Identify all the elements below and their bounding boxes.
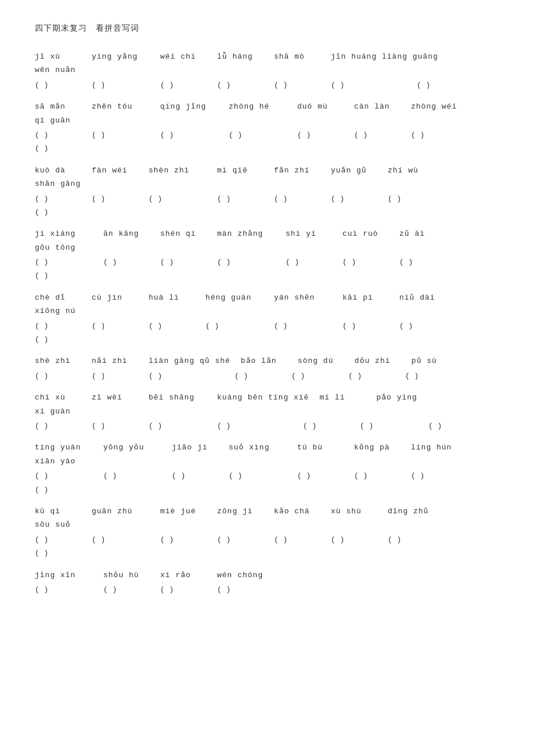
blank-item-7-5: ( ) xyxy=(360,419,418,433)
blank-item-7-6: ( ) xyxy=(428,419,475,433)
pinyin-item-3-6: zhí wù xyxy=(388,164,434,177)
page-title: 四下期末复习 看拼音写词 xyxy=(35,23,499,34)
pinyin-item-9-2: miè jué xyxy=(160,505,207,518)
pinyin-row-7: chí xùzī wèibēi shāngkuáng bēn tíng xiēm… xyxy=(35,391,499,418)
blank-item-4-5: ( ) xyxy=(342,255,389,269)
pinyin-item-2-7: qí guān xyxy=(35,114,81,127)
pinyin-item-4-7: gōu tōng xyxy=(35,241,93,254)
pinyin-item-9-7: sōu suǒ xyxy=(35,518,81,531)
blank-item-1-3: ( ) xyxy=(217,78,264,92)
blank-item-4-2: ( ) xyxy=(160,255,207,269)
group-7: chí xùzī wèibēi shāngkuáng bēn tíng xiēm… xyxy=(35,391,499,433)
pinyin-item-5-1: cù jìn xyxy=(92,291,138,304)
pinyin-row-4: jí xiángān kāngshén qímàn zhǎngshì yícuì… xyxy=(35,227,499,254)
blank-item-8-1: ( ) xyxy=(103,469,161,483)
pinyin-item-10-0: jīng xīn xyxy=(35,568,93,582)
blank-item-2-1: ( ) xyxy=(92,128,150,142)
pinyin-item-5-6: niǔ dài xyxy=(399,291,446,304)
blank-item-9-5: ( ) xyxy=(331,533,377,546)
pinyin-item-4-5: cuì ruò xyxy=(342,227,389,240)
blank-item-4-0: ( ) xyxy=(35,255,93,269)
blank-item-6-3: ( ) xyxy=(234,369,281,383)
blank-item-10-3: ( ) xyxy=(217,583,275,596)
pinyin-item-2-1: zhěn tóu xyxy=(92,100,150,113)
vocab-container: jī xùyíng yǎngwéi chílǚ hángshā mòjīn hu… xyxy=(35,50,499,596)
pinyin-item-5-0: chè dǐ xyxy=(35,291,81,304)
blank-row-2: ( )( )( )( )( )( )( )( ) xyxy=(35,128,499,156)
pinyin-item-7-3: kuáng bēn tíng xiē xyxy=(217,391,309,404)
pinyin-row-8: tíng yuànyōng yǒujiāo jísuǒ xìngtú bùkǒn… xyxy=(35,441,499,468)
group-8: tíng yuànyōng yǒujiāo jísuǒ xìngtú bùkǒn… xyxy=(35,441,499,496)
blank-row-8: ( )( )( )( )( )( )( )( ) xyxy=(35,469,499,496)
blank-item-6-2: ( ) xyxy=(149,369,224,383)
blank-item-8-2: ( ) xyxy=(172,469,218,483)
pinyin-item-2-4: duó mù xyxy=(297,100,344,113)
pinyin-item-5-5: kāi pì xyxy=(342,291,389,304)
blank-item-2-0: ( ) xyxy=(35,128,81,142)
pinyin-item-3-5: yuǎn gǔ xyxy=(331,164,377,177)
pinyin-item-1-1: yíng yǎng xyxy=(92,50,150,63)
blank-item-4-1: ( ) xyxy=(103,255,150,269)
pinyin-item-5-7: xiōng nú xyxy=(35,304,93,318)
pinyin-item-3-7: shān gāng xyxy=(35,177,93,190)
blank-item-2-7: ( ) xyxy=(35,142,81,155)
pinyin-item-3-2: shèn zhì xyxy=(149,164,207,177)
pinyin-item-6-5: dǒu zhí xyxy=(355,354,401,368)
pinyin-item-6-3: bǎo lǎn xyxy=(241,354,287,368)
pinyin-item-9-5: xù shù xyxy=(331,505,377,518)
pinyin-item-8-2: jiāo jí xyxy=(172,441,218,454)
blank-item-9-3: ( ) xyxy=(217,533,264,546)
blank-item-6-6: ( ) xyxy=(405,369,452,383)
blank-item-3-6: ( ) xyxy=(388,192,434,206)
blank-item-9-6: ( ) xyxy=(388,533,446,546)
blank-item-1-6: ( ) xyxy=(417,78,475,92)
blank-item-8-0: ( ) xyxy=(35,469,93,483)
pinyin-item-9-4: kǎo chá xyxy=(274,505,320,518)
pinyin-item-2-3: zhòng hé xyxy=(229,100,287,113)
blank-item-3-0: ( ) xyxy=(35,192,81,206)
pinyin-item-8-0: tíng yuàn xyxy=(35,441,93,454)
blank-row-6: ( )( )( )( )( )( )( ) xyxy=(35,369,499,383)
blank-item-5-5: ( ) xyxy=(342,319,389,333)
group-2: sā mǎnzhěn tóuqíng jǐngzhòng héduó mùcàn… xyxy=(35,100,499,156)
pinyin-item-2-0: sā mǎn xyxy=(35,100,81,113)
pinyin-row-5: chè dǐcù jìnhuá lìhéng guànyán shēnkāi p… xyxy=(35,291,499,318)
blank-item-3-5: ( ) xyxy=(331,192,377,206)
blank-item-1-4: ( ) xyxy=(274,78,320,92)
pinyin-item-2-5: càn làn xyxy=(354,100,400,113)
blank-item-5-4: ( ) xyxy=(274,319,332,333)
pinyin-item-8-1: yōng yǒu xyxy=(103,441,161,454)
blank-item-3-4: ( ) xyxy=(274,192,320,206)
blank-item-7-4: ( ) xyxy=(303,419,349,433)
pinyin-item-1-0: jī xù xyxy=(35,50,81,63)
blank-item-3-1: ( ) xyxy=(92,192,138,206)
blank-item-1-0: ( ) xyxy=(35,78,81,92)
blank-item-10-2: ( ) xyxy=(160,583,207,596)
blank-item-6-1: ( ) xyxy=(92,369,138,383)
blank-item-2-3: ( ) xyxy=(229,128,287,142)
blank-item-1-5: ( ) xyxy=(331,78,406,92)
blank-item-1-1: ( ) xyxy=(92,78,150,92)
blank-item-7-1: ( ) xyxy=(92,419,138,433)
blank-item-5-6: ( ) xyxy=(399,319,446,333)
pinyin-item-1-5: jīn huáng liàng guāng xyxy=(331,50,438,63)
pinyin-item-1-2: wéi chí xyxy=(160,50,207,63)
blank-row-7: ( )( )( )( )( )( )( ) xyxy=(35,419,499,433)
blank-item-3-3: ( ) xyxy=(217,192,264,206)
blank-item-7-0: ( ) xyxy=(35,419,81,433)
blank-item-4-6: ( ) xyxy=(399,255,446,269)
pinyin-item-8-4: tú bù xyxy=(297,441,344,454)
blank-item-4-4: ( ) xyxy=(286,255,332,269)
pinyin-item-1-6: wēn nuǎn xyxy=(35,63,93,77)
blank-item-9-0: ( ) xyxy=(35,533,81,546)
pinyin-item-4-3: màn zhǎng xyxy=(217,227,275,240)
pinyin-item-6-6: pǔ sù xyxy=(412,354,458,368)
pinyin-item-6-4: sòng dú xyxy=(298,354,344,368)
pinyin-item-8-3: suǒ xìng xyxy=(229,441,287,454)
blank-item-6-5: ( ) xyxy=(348,369,395,383)
group-3: kuò dàfàn wéishèn zhìmì qiēfǎn zhíyuǎn g… xyxy=(35,164,499,219)
blank-item-2-2: ( ) xyxy=(160,128,218,142)
group-10: jīng xīnshǒu hùxí rǎowén chóng( )( )( )(… xyxy=(35,568,499,597)
group-6: shè zhìnǎi zhìliàn gāng qǔ shébǎo lǎnsòn… xyxy=(35,354,499,383)
pinyin-item-6-1: nǎi zhì xyxy=(92,354,138,368)
